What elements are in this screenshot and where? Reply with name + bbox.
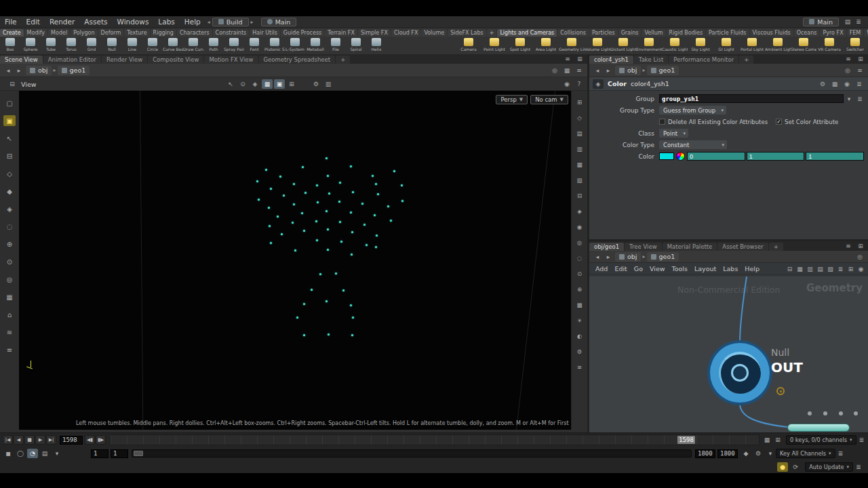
step-forward-button[interactable]: ▮▶ [96,435,106,445]
menu-item[interactable]: File [0,18,22,26]
history-back-icon[interactable]: ◂ [3,66,14,75]
thumbnail-icon[interactable]: ▤ [816,264,825,274]
snap-icon[interactable]: ◈ [250,79,260,89]
shelf-tool[interactable]: Platonic Solids [264,37,285,52]
network-menu-item[interactable]: Labs [719,265,741,272]
stop-button[interactable]: ■ [24,435,35,445]
shelf-tab[interactable]: Hair Utils [250,29,280,37]
visibility-icon[interactable]: ◎ [3,274,16,285]
pane-tab[interactable]: Motion FX View [204,56,258,64]
shelf-tab[interactable]: Viscous Fluids [750,29,793,37]
viewport[interactable]: Persp▼ No cam▼ Left mouse tumbles. Middl… [19,91,571,430]
brush-select-icon[interactable]: ⊕ [3,239,16,249]
pane-tab[interactable]: + [769,243,783,251]
pane-tab[interactable]: Render View [102,56,147,64]
lighting-icon[interactable]: ☀ [574,316,585,325]
shelf-tool[interactable]: Draw Curve [183,37,203,52]
color-swatch[interactable] [659,152,674,160]
network-menu-item[interactable]: View [646,265,669,272]
pane-split-icon[interactable]: ⊞ [574,54,585,64]
select-edges-icon[interactable]: ◆ [3,186,16,197]
realtime-toggle-icon[interactable]: ◔ [27,449,38,458]
shelf-tab[interactable]: Create [0,29,24,37]
shelf-tool[interactable]: Geometry Light [559,37,585,52]
shelf-tool[interactable]: GI Light [713,37,739,52]
shelf-tab[interactable]: Particles [589,29,618,37]
menu-item[interactable]: Help [180,18,205,26]
scope-dropdown-icon[interactable]: ▾ [765,449,776,458]
network-menu-item[interactable]: Edit [611,265,630,272]
jump-start-button[interactable]: |◀ [3,435,13,445]
node-display-flag[interactable] [776,387,785,395]
pane-tab[interactable]: + [739,56,753,64]
pane-tab[interactable]: Tree View [625,243,662,251]
collapsed-node[interactable] [787,424,850,432]
shelf-tool[interactable]: Spray Paint [224,37,244,52]
render-region-icon[interactable]: ⚙ [311,79,321,89]
shelf-tab[interactable]: FEM [847,29,864,37]
network-menu-item[interactable]: Layout [691,265,719,272]
pane-layout-icon[interactable]: ▤ [842,17,853,26]
gear-icon[interactable]: ⚙ [817,79,828,89]
lasso-select-icon[interactable]: ◌ [3,221,16,232]
history-forward-icon[interactable]: ▸ [603,252,614,262]
toolbar-menu-icon[interactable]: ≡ [3,344,16,355]
keys-info-box[interactable]: 0 keys, 0/0 channels▾ [786,435,856,445]
laser-select-icon[interactable]: ⊙ [3,256,16,267]
desktop-prev-icon[interactable]: ◂ [205,19,212,25]
volatile-select-icon[interactable]: ▢ [3,98,16,108]
dopesheet-icon[interactable]: ▤ [39,449,50,458]
shelf-tool[interactable]: Distant Light [610,37,636,52]
select-points-icon[interactable]: ◇ [3,168,16,179]
shelf-tab[interactable]: Particle Fluids [706,29,749,37]
breadcrumb-obj[interactable]: obj [615,66,641,75]
cook-indicator-icon[interactable]: ● [777,462,788,472]
range-end-field-2[interactable] [717,449,738,458]
breadcrumb-obj[interactable]: obj [615,252,641,262]
lock-handle-icon[interactable]: ⊟ [3,150,16,161]
shelf-tool[interactable]: L-System [285,37,305,52]
shelf-tool[interactable]: Area Light [533,37,559,52]
shelf-tool[interactable]: Volume Light [585,37,610,52]
shelf-tab[interactable]: Collisions [557,29,589,37]
shelf-tab[interactable]: Guide Process [281,29,324,37]
uv-view-icon[interactable]: ▧ [574,176,585,185]
right-main-chip[interactable]: Main [803,18,839,26]
play-button[interactable]: ▶ [35,435,45,445]
breadcrumb-geo1[interactable]: geo1 [58,66,90,75]
pane-tab[interactable]: Asset Browser [717,243,768,251]
select-prims-icon[interactable]: ◈ [3,203,16,214]
audio-toggle-icon[interactable]: ◯ [15,449,26,458]
key-menu-icon[interactable]: ≣ [835,449,846,458]
anim-options-icon[interactable]: ⚙ [753,449,764,458]
network-menu-item[interactable]: Go [631,265,646,272]
pane-tab[interactable]: Performance Monitor [669,56,738,64]
shelf-tool[interactable]: Metaball [305,37,326,52]
shelf-tool[interactable]: Camera [456,37,481,52]
shelf-tool[interactable]: Caustic Light [662,37,688,52]
snap-grid-icon[interactable]: ⊟ [574,191,585,201]
shelf-tool[interactable]: Sphere [20,37,41,52]
shelf-tab[interactable]: Wires [864,29,868,37]
pane-tab[interactable]: Take List [634,56,668,64]
key-all-channels-box[interactable]: Key All Channels▾ [776,449,835,458]
info-icon[interactable]: ≋ [3,327,16,338]
secure-selection-icon[interactable]: ▣ [3,115,16,126]
display-points-icon[interactable]: ⊙ [574,269,585,279]
group-type-dropdown[interactable]: Guess from Group▾ [659,106,726,115]
hand-icon[interactable]: ⊙ [237,79,248,89]
shelf-tool[interactable]: Sky Light [688,37,713,52]
group-dropdown-icon[interactable]: ▾ [844,94,854,104]
search-icon[interactable]: ◉ [842,79,852,89]
step-back-button[interactable]: ◀▮ [85,435,95,445]
playhead-marker[interactable]: 1598 [677,436,695,444]
shelf-tab[interactable]: Volume [421,29,447,37]
range-end-field[interactable] [695,449,715,458]
pane-menu-icon[interactable]: ≡ [843,54,854,64]
persp-view-icon[interactable]: ◇ [574,113,585,123]
cut-icon[interactable]: ⊟ [785,264,794,274]
help-icon[interactable]: ? [574,79,585,89]
network-canvas[interactable]: Non-Commercial Edition Geometry Null OUT [589,277,868,432]
color-r-field[interactable] [687,152,745,161]
shelf-tool[interactable]: Tube [41,37,61,52]
